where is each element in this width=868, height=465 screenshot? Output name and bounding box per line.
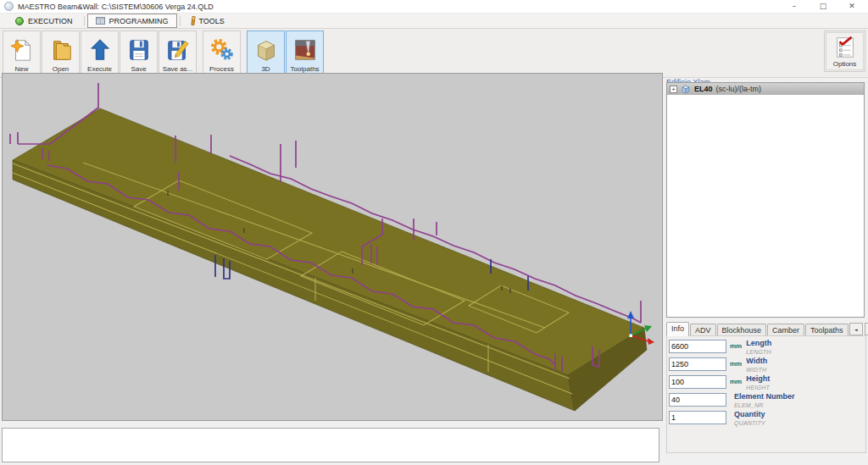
menu-programming[interactable]: PROGRAMMING [87, 14, 177, 28]
menu-programming-label: PROGRAMMING [109, 17, 169, 25]
3d-viewport[interactable] [2, 73, 663, 421]
programming-icon [96, 17, 105, 25]
message-area [2, 428, 659, 462]
quantity-input[interactable] [669, 411, 726, 424]
tab-adv[interactable]: ADV [690, 324, 716, 336]
toolbar: New Open Execute [0, 29, 868, 78]
element-detail: (sc-lu)/(la-tm) [716, 85, 762, 93]
tab-blockhouse[interactable]: Blockhouse [717, 324, 767, 336]
options-group: Options [824, 30, 865, 72]
height-code: HEIGHT [746, 385, 770, 390]
maximize-icon[interactable]: □ [819, 1, 827, 12]
length-code: LENGTH [746, 349, 771, 355]
element-number-input[interactable] [669, 393, 726, 407]
process-button[interactable]: Process [203, 30, 241, 75]
width-unit: mm [730, 360, 742, 368]
new-button[interactable]: New [3, 30, 41, 75]
menu-separator [180, 16, 181, 26]
tab-scroll-left-icon[interactable]: ◄ [849, 323, 863, 335]
beam-top-face [13, 108, 644, 375]
minimize-icon[interactable]: – [790, 1, 798, 12]
execute-button[interactable]: Execute [81, 30, 119, 75]
toolpaths-button[interactable]: Toolpaths [286, 30, 324, 75]
tab-toolpaths[interactable]: Toolpaths [805, 324, 849, 336]
menu-tools-label: TOOLS [199, 17, 225, 25]
tools-icon [191, 16, 195, 25]
save-button[interactable]: Save [120, 30, 158, 75]
gears-icon [209, 35, 235, 65]
width-code: WIDTH [746, 367, 767, 373]
height-unit: mm [730, 378, 742, 385]
window-controls: – □ ✕ [790, 1, 856, 12]
height-input[interactable] [669, 375, 726, 389]
view-3d-button[interactable]: 3D [247, 30, 285, 75]
window-title: MAESTRO Beam&Wall: C:\SISTEM\30606 Verga… [18, 3, 214, 11]
element-cube-icon [681, 84, 691, 94]
properties-tabstrip: Info ADV Blockhouse Camber Toolpaths ◄ ► [666, 322, 866, 336]
expand-icon[interactable]: + [670, 86, 677, 93]
tab-info[interactable]: Info [666, 322, 689, 336]
width-label: Width [746, 357, 767, 365]
app-icon [4, 2, 14, 11]
element-tree[interactable]: + EL40 (sc-lu)/(la-tm) [666, 82, 865, 318]
open-folder-icon [48, 35, 74, 65]
menu-separator [84, 16, 85, 26]
quantity-code: QUANTITY [734, 420, 765, 426]
width-input[interactable] [669, 357, 726, 371]
axis-x-arrow [648, 338, 654, 345]
new-document-icon [9, 35, 35, 65]
menu-bar: EXECUTION PROGRAMMING TOOLS [0, 14, 868, 29]
field-width: mm Width WIDTH [669, 357, 865, 371]
field-height: mm Height HEIGHT [669, 375, 865, 389]
beam-3d-scene [3, 74, 662, 420]
checklist-icon [832, 34, 858, 60]
beam-solid [13, 108, 647, 411]
tree-item-el40[interactable]: + EL40 (sc-lu)/(la-tm) [667, 83, 864, 95]
floppy-disk-icon [126, 35, 152, 65]
height-label: Height [746, 375, 770, 383]
up-arrow-icon [87, 35, 113, 65]
execution-icon [15, 17, 24, 25]
quantity-label: Quantity [734, 411, 765, 418]
info-fields: mm Length LENGTH mm Width WIDTH mm Heigh… [666, 335, 866, 453]
tab-camber[interactable]: Camber [767, 324, 804, 336]
field-element-number: Element Number ELEM_NR [669, 393, 865, 407]
menu-tools[interactable]: TOOLS [183, 14, 233, 28]
length-label: Length [746, 340, 771, 347]
length-unit: mm [730, 342, 742, 350]
save-as-button[interactable]: Save as... [159, 30, 197, 75]
element-number-code: ELEM_NR [734, 402, 795, 408]
axis-z-arrow [627, 311, 634, 318]
open-button[interactable]: Open [42, 30, 80, 75]
title-bar: MAESTRO Beam&Wall: C:\SISTEM\30606 Verga… [0, 0, 868, 14]
axis-origin-dot [630, 335, 633, 338]
field-length: mm Length LENGTH [669, 340, 865, 353]
side-panel: Edificio Xlam + EL40 (sc-lu)/(la-tm) Inf… [666, 73, 866, 465]
menu-execution-label: EXECUTION [28, 17, 73, 25]
element-number-label: Element Number [734, 393, 795, 401]
length-input[interactable] [669, 340, 726, 353]
element-name: EL40 [694, 85, 713, 93]
close-icon[interactable]: ✕ [848, 1, 856, 12]
box-3d-icon [253, 35, 279, 65]
router-photo-icon [292, 35, 318, 65]
floppy-pencil-icon [165, 35, 191, 65]
tab-scroll-right-icon[interactable]: ► [865, 323, 868, 335]
options-button[interactable]: Options [826, 32, 864, 70]
tab-scroll-arrows: ◄ ► [849, 323, 868, 336]
menu-execution[interactable]: EXECUTION [7, 14, 81, 28]
field-quantity: Quantity QUANTITY [669, 411, 865, 424]
